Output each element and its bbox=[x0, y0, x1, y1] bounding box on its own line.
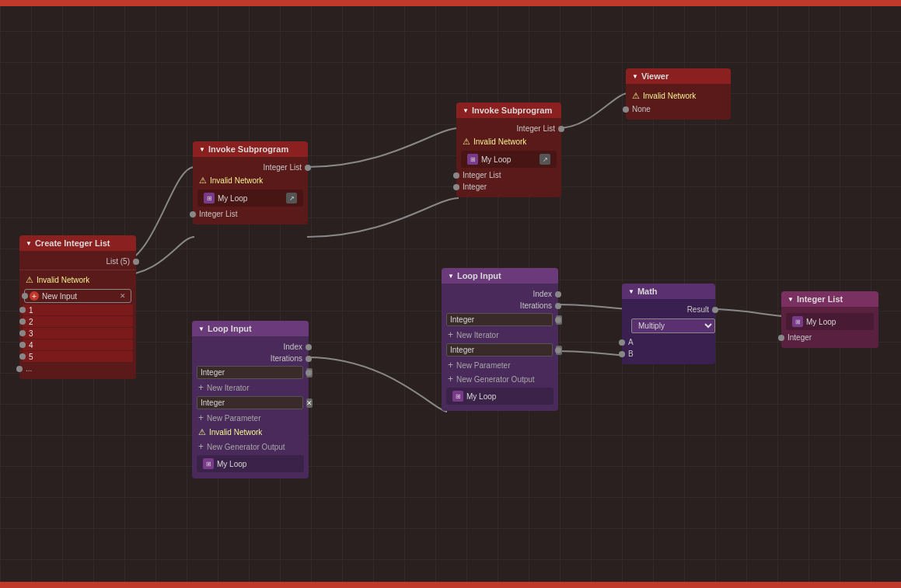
input-port bbox=[190, 211, 196, 217]
my-loop-row[interactable]: ⊞ My Loop bbox=[446, 388, 554, 405]
index-output-port[interactable] bbox=[555, 291, 561, 297]
export-icon[interactable]: ↗ bbox=[286, 193, 297, 204]
loop-input-2-node: ▼ Loop Input Index Iterations ✕ + New It… bbox=[442, 268, 558, 411]
subprogram-icon: ⊞ bbox=[452, 391, 463, 402]
collapse-icon[interactable]: ▼ bbox=[628, 288, 634, 295]
list-item-5: 5 bbox=[23, 351, 133, 362]
a-input-port bbox=[619, 339, 625, 346]
invoke-subprogram-2-node: ▼ Invoke Subprogram Integer List ⚠ Inval… bbox=[456, 103, 561, 197]
collapse-icon[interactable]: ▼ bbox=[448, 273, 454, 280]
collapse-icon[interactable]: ▼ bbox=[463, 107, 469, 114]
list-count-port: List (5) bbox=[19, 256, 136, 267]
create-integer-list-body: List (5) ⚠ Invalid Network + New Input ✕… bbox=[19, 251, 136, 379]
plus-icon: + bbox=[198, 382, 204, 393]
math-node: ▼ Math Result Multiply A B bbox=[622, 284, 715, 364]
b-input-port bbox=[619, 351, 625, 357]
new-parameter-row[interactable]: + New Parameter bbox=[442, 358, 558, 372]
subprogram-icon: ⊞ bbox=[203, 458, 214, 469]
output-port[interactable] bbox=[305, 165, 311, 171]
item-port-2 bbox=[19, 318, 26, 325]
left-port bbox=[22, 293, 28, 299]
integer-list-bottom-port: Integer List bbox=[193, 208, 308, 220]
integer-input-port bbox=[778, 335, 784, 341]
input-port bbox=[623, 106, 629, 113]
item-port-3 bbox=[19, 330, 26, 336]
warning-row: ⚠ Invalid Network bbox=[456, 134, 561, 149]
list-item-4: 4 bbox=[23, 339, 133, 350]
collapse-icon[interactable]: ▼ bbox=[26, 240, 32, 247]
viewer-header: ▼ Viewer bbox=[626, 68, 731, 84]
invoke-subprogram-1-body: Integer List ⚠ Invalid Network ⊞ My Loop… bbox=[193, 157, 308, 224]
new-iterator-row[interactable]: + New Iterator bbox=[442, 328, 558, 342]
plus-icon-2: + bbox=[448, 360, 453, 371]
iterator-input-row: ✕ bbox=[442, 311, 558, 328]
my-loop-row[interactable]: ⊞ My Loop bbox=[786, 313, 874, 330]
warning-icon: ⚠ bbox=[632, 91, 640, 101]
parameter-input-row: ✕ bbox=[192, 395, 309, 411]
collapse-icon[interactable]: ▼ bbox=[198, 325, 204, 332]
integer-port: Integer bbox=[781, 332, 878, 343]
integer-list-header: ▼ Integer List bbox=[781, 291, 878, 307]
iterations-output-port[interactable] bbox=[306, 356, 312, 362]
input-port-2 bbox=[453, 184, 459, 190]
ellipsis-port bbox=[16, 366, 23, 372]
item-port-1 bbox=[19, 307, 26, 313]
invoke-subprogram-1-header: ▼ Invoke Subprogram bbox=[193, 141, 308, 157]
create-integer-list-title: Create Integer List bbox=[35, 238, 110, 248]
parameter-input-2[interactable] bbox=[446, 343, 553, 357]
iterations-output-port[interactable] bbox=[555, 303, 561, 309]
my-loop-row[interactable]: ⊞ My Loop bbox=[197, 455, 304, 472]
output-port[interactable] bbox=[133, 259, 139, 265]
index-output-port[interactable] bbox=[306, 344, 312, 350]
invoke-subprogram-2-body: Integer List ⚠ Invalid Network ⊞ My Loop… bbox=[456, 118, 561, 197]
my-loop-row[interactable]: ⊞ My Loop ↗ bbox=[197, 190, 303, 207]
result-output-port[interactable] bbox=[712, 307, 718, 313]
index-port: Index bbox=[192, 341, 309, 353]
new-generator-row[interactable]: + New Generator Output bbox=[192, 440, 309, 454]
output-port[interactable] bbox=[558, 126, 564, 132]
collapse-icon[interactable]: ▼ bbox=[632, 73, 638, 80]
viewer-node: ▼ Viewer ⚠ Invalid Network None bbox=[626, 68, 731, 120]
iterator-input[interactable] bbox=[197, 366, 303, 379]
operation-select-container: Multiply bbox=[622, 315, 715, 336]
invoke-subprogram-2-header: ▼ Invoke Subprogram bbox=[456, 103, 561, 118]
warning-icon: ⚠ bbox=[463, 137, 470, 147]
iterations-port: Iterations bbox=[192, 353, 309, 364]
loop-input-2-header: ▼ Loop Input bbox=[442, 268, 558, 284]
subprogram-icon: ⊞ bbox=[792, 316, 803, 327]
operation-select[interactable]: Multiply bbox=[631, 318, 715, 333]
parameter-input-row: ✕ bbox=[442, 342, 558, 358]
none-value: None bbox=[626, 103, 731, 115]
invoke-subprogram-1-node: ▼ Invoke Subprogram Integer List ⚠ Inval… bbox=[193, 141, 308, 224]
my-loop-row[interactable]: ⊞ My Loop ↗ bbox=[461, 151, 557, 168]
export-icon[interactable]: ↗ bbox=[540, 154, 550, 165]
item-port-4 bbox=[19, 342, 26, 348]
math-body: Result Multiply A B bbox=[622, 299, 715, 364]
loop-input-1-node: ▼ Loop Input Index Iterations ✕ + New It… bbox=[192, 321, 309, 478]
plus-circle-icon: + bbox=[30, 291, 39, 301]
x-icon[interactable]: ✕ bbox=[120, 292, 126, 300]
index-port: Index bbox=[442, 288, 558, 300]
warning-row: ⚠ Invalid Network bbox=[626, 89, 731, 103]
warning-row: ⚠ Invalid Network bbox=[192, 425, 309, 440]
a-port: A bbox=[622, 336, 715, 348]
item-port-5 bbox=[19, 353, 26, 360]
iterator-input-2[interactable] bbox=[446, 313, 553, 326]
new-input-button[interactable]: + New Input ✕ bbox=[24, 289, 131, 303]
loop-input-1-body: Index Iterations ✕ + New Iterator ✕ + Ne… bbox=[192, 336, 309, 478]
integer-list-node: ▼ Integer List ⊞ My Loop Integer bbox=[781, 291, 878, 348]
new-parameter-row[interactable]: + New Parameter bbox=[192, 411, 309, 425]
input-port-1 bbox=[453, 172, 459, 179]
collapse-icon[interactable]: ▼ bbox=[199, 146, 205, 153]
warning-icon: ⚠ bbox=[26, 275, 33, 285]
new-iterator-row[interactable]: + New Iterator bbox=[192, 381, 309, 395]
create-integer-list-node: ▼ Create Integer List List (5) ⚠ Invalid… bbox=[19, 235, 136, 379]
b-port: B bbox=[622, 348, 715, 360]
create-integer-list-header: ▼ Create Integer List bbox=[19, 235, 136, 251]
iterator-port bbox=[306, 370, 312, 376]
parameter-input[interactable] bbox=[197, 396, 303, 409]
new-generator-output-row[interactable]: + New Generator Output bbox=[442, 372, 558, 386]
remove-parameter-button[interactable]: ✕ bbox=[306, 398, 313, 408]
iterations-port: Iterations bbox=[442, 300, 558, 311]
collapse-icon[interactable]: ▼ bbox=[788, 296, 794, 303]
